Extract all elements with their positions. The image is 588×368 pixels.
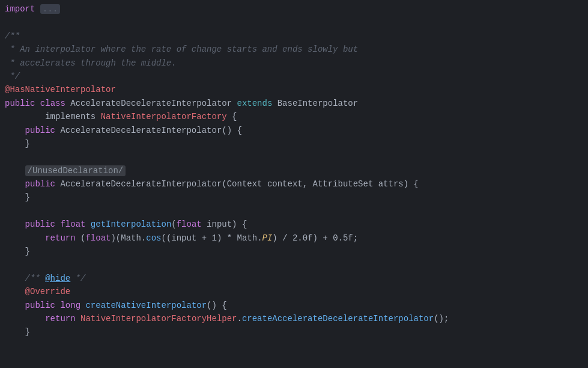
line-content: public AccelerateDecelerateInterpolator(… bbox=[5, 124, 588, 137]
token-plain bbox=[5, 301, 25, 310]
token-kw: float bbox=[60, 219, 85, 229]
token-plain bbox=[35, 4, 40, 14]
token-plain: ( bbox=[171, 219, 176, 229]
line-content: /UnusedDeclaration/ bbox=[5, 164, 588, 177]
line-content bbox=[5, 16, 588, 29]
code-line: import ... bbox=[0, 2, 588, 16]
code-line: /** bbox=[0, 29, 588, 43]
token-plain bbox=[5, 219, 25, 229]
token-plain bbox=[5, 166, 25, 176]
token-plain: } bbox=[5, 327, 30, 337]
token-comment: /** bbox=[5, 31, 20, 41]
token-plain: { bbox=[227, 112, 237, 121]
token-kw: return bbox=[45, 314, 75, 324]
token-plain: ( bbox=[76, 233, 86, 243]
at-hide-annotation: @hide bbox=[45, 274, 70, 283]
token-comment: /** bbox=[5, 274, 45, 283]
line-content: implements NativeInterpolatorFactory { bbox=[5, 110, 588, 123]
code-line: } bbox=[0, 137, 588, 150]
token-import-dots: ... bbox=[40, 4, 60, 14]
code-line: public float getInterpolation(float inpu… bbox=[0, 218, 588, 231]
line-content bbox=[5, 150, 588, 164]
code-line: @HasNativeInterpolator bbox=[0, 83, 588, 96]
token-interface: NativeInterpolatorFactoryHelper bbox=[80, 314, 237, 324]
code-line: } bbox=[0, 325, 588, 339]
code-line: return NativeInterpolatorFactoryHelper.c… bbox=[0, 312, 588, 325]
line-content bbox=[5, 204, 588, 218]
token-plain: AccelerateDecelerateInterpolator() { bbox=[55, 126, 242, 135]
line-content: /** bbox=[5, 29, 588, 43]
token-plain: } bbox=[5, 192, 30, 202]
token-plain: } bbox=[5, 139, 30, 149]
code-line: @Override bbox=[0, 285, 588, 298]
line-content: public AccelerateDecelerateInterpolator(… bbox=[5, 177, 588, 191]
token-interface: NativeInterpolatorFactory bbox=[101, 112, 227, 121]
line-content: * accelerates through the middle. bbox=[5, 57, 588, 70]
token-plain: AccelerateDecelerateInterpolator(Context… bbox=[55, 179, 419, 189]
token-plain bbox=[76, 314, 80, 324]
code-line: implements NativeInterpolatorFactory { bbox=[0, 110, 588, 123]
code-line: public AccelerateDecelerateInterpolator(… bbox=[0, 124, 588, 137]
line-content: */ bbox=[5, 70, 588, 83]
line-content: public float getInterpolation(float inpu… bbox=[5, 218, 588, 231]
token-plain: ((input + 1) * Math. bbox=[162, 233, 262, 243]
token-plain bbox=[35, 99, 40, 108]
token-plain bbox=[5, 233, 45, 243]
token-comment: * accelerates through the middle. bbox=[5, 58, 177, 68]
line-content: return NativeInterpolatorFactoryHelper.c… bbox=[5, 312, 588, 325]
line-content: } bbox=[5, 137, 588, 150]
line-content: public class AccelerateDecelerateInterpo… bbox=[5, 97, 588, 110]
token-annotation: @HasNativeInterpolator bbox=[5, 85, 116, 94]
token-plain: ) / 2.0f) + 0.5f; bbox=[272, 233, 358, 243]
token-kw: public bbox=[25, 219, 55, 229]
line-content: } bbox=[5, 191, 588, 204]
token-method: getInterpolation bbox=[91, 219, 171, 229]
token-plain: implements bbox=[5, 112, 101, 121]
token-plain: } bbox=[5, 247, 30, 256]
code-line: } bbox=[0, 245, 588, 258]
line-content: import ... bbox=[5, 2, 588, 16]
code-line bbox=[0, 16, 588, 29]
token-method: createAccelerateDecelerateInterpolator bbox=[242, 314, 434, 324]
token-kw: public bbox=[5, 99, 35, 108]
token-plain bbox=[5, 126, 25, 135]
token-plain bbox=[5, 179, 25, 189]
token-comment: * An interpolator where the rate of chan… bbox=[5, 44, 358, 54]
token-plain: . bbox=[237, 314, 242, 324]
line-content: return (float)(Math.cos((input + 1) * Ma… bbox=[5, 232, 588, 245]
token-kw: public bbox=[25, 126, 55, 135]
token-plain bbox=[5, 287, 25, 296]
token-plain: )(Math. bbox=[111, 233, 146, 243]
code-line: public AccelerateDecelerateInterpolator(… bbox=[0, 177, 588, 191]
code-line bbox=[0, 204, 588, 218]
token-plain: () { bbox=[207, 301, 227, 310]
token-import-kw: import bbox=[5, 4, 35, 14]
token-kw: float bbox=[85, 233, 111, 243]
token-kw: class bbox=[40, 99, 65, 108]
code-line: /UnusedDeclaration/ bbox=[0, 164, 588, 177]
token-annotation: @Override bbox=[25, 287, 71, 296]
token-comment: */ bbox=[70, 274, 85, 283]
code-line: } bbox=[0, 191, 588, 204]
line-content: } bbox=[5, 325, 588, 339]
token-plain: BaseInterpolator bbox=[272, 99, 358, 108]
token-kw: long bbox=[60, 301, 80, 310]
code-line bbox=[0, 150, 588, 164]
token-kw: float bbox=[177, 219, 202, 229]
token-kw2: extends bbox=[237, 99, 273, 108]
token-kw: public bbox=[25, 179, 55, 189]
token-kw: return bbox=[45, 233, 75, 243]
token-math-pi: PI bbox=[262, 233, 273, 243]
line-content: @Override bbox=[5, 285, 588, 298]
line-content: public long createNativeInterpolator() { bbox=[5, 299, 588, 312]
code-line: * accelerates through the middle. bbox=[0, 57, 588, 70]
token-method: cos bbox=[146, 233, 161, 243]
token-plain bbox=[5, 314, 45, 324]
code-line: * An interpolator where the rate of chan… bbox=[0, 43, 588, 56]
line-content bbox=[5, 258, 588, 271]
code-line: public long createNativeInterpolator() { bbox=[0, 299, 588, 312]
token-plain: (); bbox=[434, 314, 449, 324]
line-content: } bbox=[5, 245, 588, 258]
code-line: public class AccelerateDecelerateInterpo… bbox=[0, 97, 588, 110]
token-plain: AccelerateDecelerateInterpolator bbox=[65, 99, 237, 108]
